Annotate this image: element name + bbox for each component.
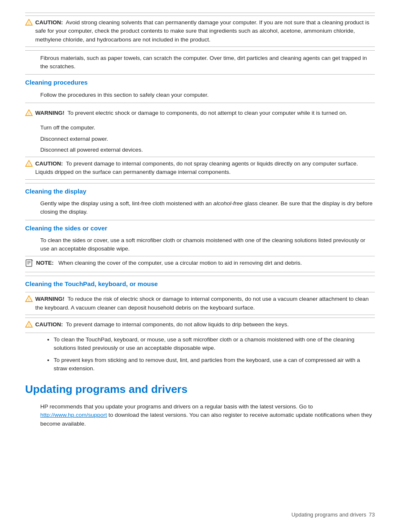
step3-text: Disconnect all powered external devices. bbox=[40, 146, 375, 154]
cleaning-display-section: Cleaning the display Gently wipe the dis… bbox=[25, 187, 375, 220]
svg-text:✎: ✎ bbox=[31, 259, 34, 262]
divider-4 bbox=[25, 183, 375, 183]
divider-3 bbox=[25, 103, 375, 103]
note-box-1: ✎ NOTE: When cleaning the cover of the c… bbox=[25, 256, 375, 272]
caution-triangle-icon-1: ! bbox=[25, 19, 33, 28]
caution-1-label: CAUTION: bbox=[35, 19, 63, 26]
caution-box-1: ! CAUTION: Avoid strong cleaning solvent… bbox=[25, 15, 375, 47]
caution-2-label: CAUTION: bbox=[35, 160, 63, 167]
cleaning-touchpad-heading: Cleaning the TouchPad, keyboard, or mous… bbox=[25, 279, 375, 289]
updating-programs-heading: Updating programs and drivers bbox=[25, 381, 375, 398]
caution-triangle-icon-2: ! bbox=[25, 160, 33, 169]
caution-2-text: CAUTION: To prevent damage to internal c… bbox=[35, 160, 375, 177]
warning-box-1: ! WARNING! To prevent electric shock or … bbox=[25, 106, 375, 121]
divider-5 bbox=[25, 220, 375, 220]
cleaning-display-text: Gently wipe the display using a soft, li… bbox=[40, 199, 375, 217]
touchpad-bullet-list: To clean the TouchPad, keyboard, or mous… bbox=[54, 336, 375, 373]
fibrous-text: Fibrous materials, such as paper towels,… bbox=[40, 54, 375, 71]
svg-text:!: ! bbox=[29, 163, 30, 167]
note-1-body: When cleaning the cover of the computer,… bbox=[58, 260, 302, 266]
footer-section-label: Updating programs and drivers bbox=[291, 511, 366, 519]
cleaning-touchpad-section: Cleaning the TouchPad, keyboard, or mous… bbox=[25, 279, 375, 373]
caution-triangle-icon-3: ! bbox=[25, 321, 33, 330]
warning-triangle-icon-2: ! bbox=[25, 295, 33, 305]
cleaning-display-heading: Cleaning the display bbox=[25, 187, 375, 196]
caution-3-body: To prevent damage to internal components… bbox=[66, 321, 288, 328]
alcohol-free-text: alcohol-free bbox=[213, 200, 243, 207]
caution-1-body: Avoid strong cleaning solvents that can … bbox=[35, 19, 369, 43]
updating-programs-section: Updating programs and drivers HP recomme… bbox=[25, 381, 375, 428]
svg-text:!: ! bbox=[29, 21, 30, 26]
top-divider bbox=[25, 13, 375, 13]
cleaning-sides-heading: Cleaning the sides or cover bbox=[25, 224, 375, 233]
cleaning-procedures-intro: Follow the procedures in this section to… bbox=[40, 91, 375, 99]
cleaning-sides-text: To clean the sides or cover, use a soft … bbox=[40, 236, 375, 253]
caution-1-text: CAUTION: Avoid strong cleaning solvents … bbox=[35, 18, 375, 44]
step2-text: Disconnect external power. bbox=[40, 135, 375, 143]
footer-page-number: 73 bbox=[369, 511, 375, 519]
svg-text:!: ! bbox=[29, 112, 30, 116]
bullet-item-2: To prevent keys from sticking and to rem… bbox=[54, 356, 375, 373]
updating-programs-text: HP recommends that you update your progr… bbox=[40, 403, 375, 428]
svg-text:!: ! bbox=[29, 298, 30, 302]
caution-3-label: CAUTION: bbox=[35, 321, 63, 328]
note-1-text: NOTE: When cleaning the cover of the com… bbox=[36, 259, 375, 267]
page-footer: Updating programs and drivers 73 bbox=[291, 511, 375, 519]
divider-6 bbox=[25, 276, 375, 276]
cleaning-sides-section: Cleaning the sides or cover To clean the… bbox=[25, 224, 375, 276]
caution-3-text: CAUTION: To prevent damage to internal c… bbox=[35, 320, 375, 329]
divider-1 bbox=[25, 50, 375, 51]
svg-text:!: ! bbox=[29, 323, 30, 327]
warning-triangle-icon-1: ! bbox=[25, 109, 33, 119]
caution-box-3: ! CAUTION: To prevent damage to internal… bbox=[25, 318, 375, 333]
warning-1-text: WARNING! To prevent electric shock or da… bbox=[35, 109, 375, 117]
bullet-item-1: To clean the TouchPad, keyboard, or mous… bbox=[54, 336, 375, 353]
note-icon-1: ✎ bbox=[25, 259, 34, 269]
cleaning-procedures-heading: Cleaning procedures bbox=[25, 78, 375, 88]
divider-2 bbox=[25, 74, 375, 75]
caution-2-body: To prevent damage to internal components… bbox=[35, 160, 358, 175]
warning-1-body: To prevent electric shock or damage to c… bbox=[68, 110, 347, 116]
warning-1-label: WARNING! bbox=[35, 110, 65, 116]
warning-2-text: WARNING! To reduce the risk of electric … bbox=[35, 295, 375, 312]
cleaning-procedures-section: Cleaning procedures Follow the procedure… bbox=[25, 78, 375, 183]
warning-2-label: WARNING! bbox=[35, 296, 65, 302]
note-1-label: NOTE: bbox=[36, 260, 54, 266]
warning-box-2: ! WARNING! To reduce the risk of electri… bbox=[25, 292, 375, 315]
caution-box-2: ! CAUTION: To prevent damage to internal… bbox=[25, 157, 375, 180]
step1-text: Turn off the computer. bbox=[40, 124, 375, 132]
hp-support-link[interactable]: http://www.hp.com/support bbox=[40, 412, 107, 418]
warning-2-body: To reduce the risk of electric shock or … bbox=[35, 296, 369, 310]
